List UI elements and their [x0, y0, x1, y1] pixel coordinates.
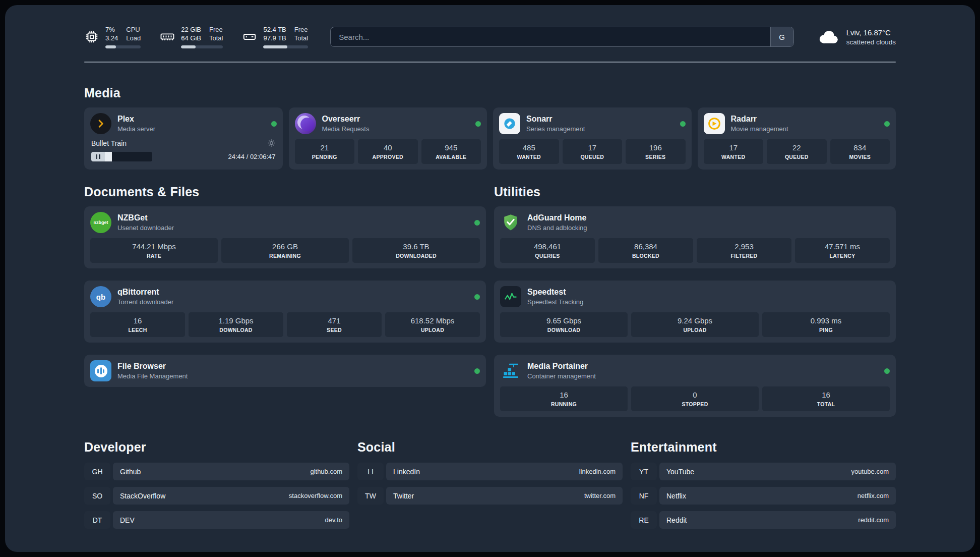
bookmark-name: Twitter: [393, 492, 414, 500]
bookmark-linkedin[interactable]: LI LinkedIn linkedin.com: [357, 463, 623, 480]
stat-label: MOVIES: [832, 154, 888, 160]
service-name: NZBGet: [117, 213, 174, 222]
stat-tile: 744.21 Mbps RATE: [90, 238, 218, 263]
developer-section-title: Developer: [84, 440, 349, 455]
stat-tile: 86,384 BLOCKED: [598, 238, 693, 263]
nzbget-card-header: nzbget NZBGet Usenet downloader: [90, 212, 480, 233]
media-section-title: Media: [84, 86, 896, 100]
stat-value: 22: [769, 143, 825, 152]
stat-value: 86,384: [600, 242, 691, 251]
overseerr-meta: Overseerr Media Requests: [322, 115, 370, 133]
playback-progress-bar[interactable]: [105, 152, 152, 161]
bookmark-youtube[interactable]: YT YouTube youtube.com: [631, 463, 896, 480]
bookmark-url: linkedin.com: [579, 468, 616, 475]
ram-body: 22 GiB 64 GiB Free Total: [181, 25, 223, 48]
sonarr-stats: 485 WANTED 17 QUEUED 196 SERIES: [499, 139, 686, 164]
service-name: Radarr: [731, 115, 788, 124]
sonarr-card[interactable]: Sonarr Series management 485 WANTED 17 Q…: [493, 107, 692, 170]
search-engine-button[interactable]: G: [770, 27, 793, 46]
bookmarks: Developer GH Github github.com SO StackO…: [84, 440, 896, 535]
speedtest-card[interactable]: Speedtest Speedtest Tracking 9.65 Gbps D…: [494, 281, 896, 343]
radarr-card[interactable]: Radarr Movie management 17 WANTED 22 QUE…: [698, 107, 896, 170]
disk-values: 52.4 TB 97.9 TB: [263, 25, 286, 42]
cpu-body: 7% 3.24 CPU Load: [105, 25, 141, 48]
search-box: G: [330, 27, 793, 47]
portainer-icon: [500, 360, 521, 381]
stat-tile: 16 RUNNING: [500, 386, 628, 411]
entertainment-bookmark-rows: YT YouTube youtube.com NF Netflix netfli…: [631, 463, 896, 529]
bookmark-abbr: TW: [357, 487, 384, 505]
entertainment-bookmarks: Entertainment YT YouTube youtube.com NF …: [631, 440, 896, 535]
stat-tile: 47.571 ms LATENCY: [795, 238, 890, 263]
ram-total-value: 64 GiB: [181, 34, 201, 42]
stat-label: DOWNLOAD: [191, 327, 281, 333]
gear-icon[interactable]: [267, 139, 276, 147]
nzbget-card[interactable]: nzbget NZBGet Usenet downloader 744.21 M…: [84, 206, 486, 268]
stat-value: 21: [297, 143, 353, 152]
filebrowser-card[interactable]: File Browser Media File Management: [84, 355, 486, 387]
bookmark-name: Netflix: [666, 492, 686, 500]
bookmark-twitter[interactable]: TW Twitter twitter.com: [357, 487, 623, 505]
qbittorrent-card[interactable]: qb qBittorrent Torrent downloader 16 LEE…: [84, 281, 486, 343]
overseerr-card[interactable]: Overseerr Media Requests 21 PENDING 40 A…: [289, 107, 487, 170]
bookmark-abbr: RE: [631, 511, 657, 529]
bookmark-github[interactable]: GH Github github.com: [84, 463, 349, 480]
bookmark-bar: Reddit reddit.com: [659, 511, 896, 529]
weather-location: Lviv, 16.87°C: [846, 28, 896, 37]
stat-tile: 9.65 Gbps DOWNLOAD: [500, 312, 628, 337]
entertainment-section-title: Entertainment: [631, 440, 896, 455]
utilities-section: Utilities AdGuard Home: [494, 185, 896, 417]
status-dot: [884, 368, 890, 374]
disk-rows: 52.4 TB 97.9 TB Free Total: [263, 25, 308, 42]
bookmark-stackoverflow[interactable]: SO StackOverflow stackoverflow.com: [84, 487, 349, 505]
stat-value: 17: [565, 143, 621, 152]
stat-value: 485: [501, 143, 557, 152]
adguard-card-header: AdGuard Home DNS and adblocking: [500, 212, 890, 233]
stat-tile: 16 LEECH: [90, 312, 185, 337]
adguard-card[interactable]: AdGuard Home DNS and adblocking 498,461 …: [494, 206, 896, 268]
stat-value: 17: [706, 143, 762, 152]
status-dot: [680, 121, 686, 127]
social-section-title: Social: [357, 440, 623, 455]
bookmark-abbr: YT: [631, 463, 657, 480]
stat-value: 945: [423, 143, 479, 152]
developer-bookmark-rows: GH Github github.com SO StackOverflow st…: [84, 463, 349, 529]
bookmark-bar: Twitter twitter.com: [386, 487, 623, 505]
search-input[interactable]: [331, 27, 770, 46]
cpu-labels: CPU Load: [126, 25, 141, 42]
cloud-icon: [816, 28, 840, 45]
playback-progress-fill: [105, 152, 112, 161]
stat-label: UPLOAD: [387, 327, 478, 333]
stat-label: PING: [764, 327, 888, 333]
stat-value: 0: [633, 391, 757, 399]
pause-button[interactable]: [91, 152, 105, 161]
bookmark-bar: Netflix netflix.com: [659, 487, 896, 505]
stat-label: SEED: [289, 327, 380, 333]
stat-tile: 834 MOVIES: [830, 139, 890, 164]
topbar-divider: [84, 62, 896, 63]
filebrowser-meta: File Browser Media File Management: [117, 362, 188, 380]
speedtest-stats: 9.65 Gbps DOWNLOAD 9.24 Gbps UPLOAD 0.99…: [500, 312, 890, 337]
dashboard-screen: 7% 3.24 CPU Load: [5, 5, 975, 552]
stat-label: WANTED: [706, 154, 762, 160]
disk-free-value: 52.4 TB: [263, 25, 286, 34]
ram-free-label: Free: [209, 25, 223, 34]
dashboard-content: 7% 3.24 CPU Load: [84, 5, 896, 535]
bookmark-netflix[interactable]: NF Netflix netflix.com: [631, 487, 896, 505]
bookmark-dev[interactable]: DT DEV dev.to: [84, 511, 349, 529]
status-dot: [474, 368, 480, 374]
pause-icon: [96, 154, 98, 159]
stat-label: LEECH: [92, 327, 183, 333]
disk-free-label: Free: [294, 25, 308, 34]
plex-card[interactable]: Plex Media server Bullet Train: [84, 107, 283, 170]
cpu-rows: 7% 3.24 CPU Load: [105, 25, 141, 42]
stat-tile: 21 PENDING: [295, 139, 355, 164]
filebrowser-card-header: File Browser Media File Management: [90, 360, 480, 381]
ram-progress-bar: [181, 45, 223, 48]
stat-label: STOPPED: [633, 401, 757, 407]
filebrowser-icon-inner: [95, 365, 107, 377]
plex-icon: [90, 113, 111, 134]
bookmark-reddit[interactable]: RE Reddit reddit.com: [631, 511, 896, 529]
portainer-card[interactable]: Media Portainer Container management 16 …: [494, 355, 896, 417]
status-dot: [884, 121, 890, 127]
